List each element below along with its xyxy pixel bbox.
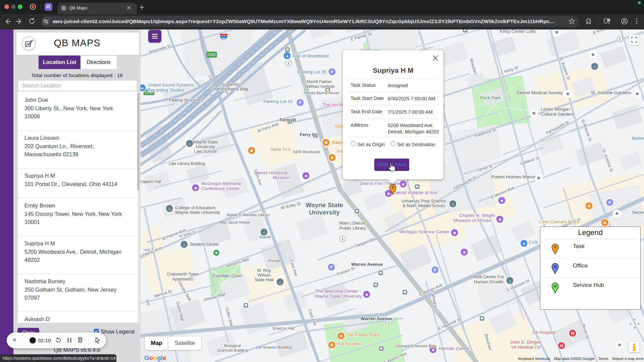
svg-text:Mott Center For: Mott Center For — [473, 274, 504, 279]
svg-text:✲: ✲ — [339, 334, 343, 339]
svg-text:Ferry St: Ferry St — [279, 117, 296, 122]
svg-text:Charles H. Wright: Charles H. Wright — [459, 213, 495, 218]
svg-text:1: 1 — [619, 37, 621, 41]
svg-text:■: ■ — [463, 250, 465, 255]
svg-text:Chatsworth Tower: Chatsworth Tower — [167, 272, 199, 277]
svg-text:⌂: ⌂ — [188, 141, 191, 146]
svg-text:■: ■ — [500, 198, 503, 203]
svg-text:Secretary o: Secretary o — [632, 210, 644, 215]
svg-text:Parking Structure 1: Parking Structure 1 — [169, 98, 204, 103]
svg-text:University Prep Science: University Prep Science — [401, 199, 446, 203]
svg-text:Tierney Alumni House: Tierney Alumni House — [303, 91, 339, 95]
svg-text:H: H — [560, 344, 563, 348]
svg-text:VA Medical Ctr: VA Medical Ctr — [511, 345, 541, 350]
svg-text:Detroit Medical Society: Detroit Medical Society — [517, 90, 563, 95]
svg-text:ure 5: ure 5 — [144, 247, 154, 252]
svg-text:⌂: ⌂ — [508, 279, 511, 283]
svg-text:Little Caesars Pizza: Little Caesars Pizza — [539, 219, 580, 224]
svg-text:✲: ✲ — [603, 221, 606, 225]
svg-text:College of Education,: College of Education, — [175, 205, 217, 210]
svg-text:Sm: Sm — [336, 149, 343, 154]
svg-text:●: ● — [141, 86, 143, 90]
svg-text:Parking Lot 35: Parking Lot 35 — [297, 69, 326, 74]
svg-text:M. Roy: M. Roy — [257, 268, 271, 273]
svg-text:Administrative Bldg: Administrative Bldg — [214, 87, 248, 92]
svg-text:■: ■ — [365, 292, 368, 297]
svg-text:■: ■ — [453, 231, 455, 235]
svg-text:Detroit Historical: Detroit Historical — [254, 170, 287, 175]
svg-text:✲: ✲ — [330, 156, 334, 160]
svg-text:Warren Avenue: Warren Avenue — [361, 316, 392, 321]
svg-text:St. Antoine Gardens: St. Antoine Gardens — [591, 90, 631, 95]
svg-text:Ima Noodles: Ima Noodles — [336, 341, 362, 346]
svg-text:■: ■ — [432, 348, 434, 352]
svg-text:✲: ✲ — [587, 204, 591, 208]
svg-text:✲: ✲ — [324, 140, 328, 145]
svg-text:P: P — [331, 70, 333, 74]
svg-text:Lester Morgan: Lester Morgan — [541, 107, 570, 112]
svg-text:H: H — [554, 284, 556, 288]
svg-text:Apartments: Apartments — [172, 277, 193, 282]
svg-text:The Potato Place: The Potato Place — [346, 332, 381, 337]
svg-text:1: 1 — [287, 61, 289, 65]
svg-text:Walter P. Reuther Library: Walter P. Reuther Library — [227, 213, 270, 217]
svg-text:P: P — [330, 265, 333, 270]
svg-text:215C: 215C — [207, 53, 216, 57]
svg-text:Ferry St: Ferry St — [300, 132, 316, 137]
svg-text:Hannan Center: Hannan Center — [439, 346, 470, 351]
svg-text:Academic/: Academic/ — [221, 82, 240, 87]
svg-text:Warren Avenue: Warren Avenue — [351, 262, 383, 267]
svg-text:McGregor Memorial: McGregor Memorial — [201, 181, 241, 186]
svg-text:University: University — [309, 209, 340, 216]
svg-text:H: H — [571, 331, 574, 336]
svg-text:VA Hospital: VA Hospital — [532, 330, 555, 335]
svg-text:Law Library Building: Law Library Building — [169, 161, 205, 166]
svg-text:✲: ✲ — [250, 148, 253, 153]
svg-text:Michigan Science Center: Michigan Science Center — [399, 229, 450, 234]
svg-text:Wayne State: Wayne State — [306, 201, 343, 208]
svg-text:CVS: CVS — [529, 240, 538, 245]
svg-text:P: P — [299, 101, 302, 105]
svg-text:Life Science Building: Life Science Building — [256, 345, 292, 349]
svg-text:Science Hall: Science Hall — [272, 326, 295, 331]
svg-text:John D. Dingell: John D. Dingell — [510, 340, 541, 345]
svg-text:Skillman Institute: Skillman Institute — [304, 84, 335, 89]
svg-text:P: P — [434, 268, 436, 273]
svg-text:Rands: Rands — [260, 235, 271, 239]
svg-text:1: 1 — [341, 237, 343, 241]
svg-text:Google: Google — [144, 354, 166, 361]
svg-text:●: ● — [523, 241, 525, 246]
svg-text:Museum: Museum — [273, 175, 290, 180]
svg-text:Merrill Palmer: Merrill Palmer — [307, 79, 332, 84]
svg-text:⌂: ⌂ — [593, 64, 596, 69]
svg-text:& Math: Middle School: & Math: Middle School — [402, 203, 444, 208]
svg-text:United Sound Systems: United Sound Systems — [148, 82, 194, 87]
svg-text:Cultural Gardens: Cultural Gardens — [541, 112, 575, 117]
svg-text:✲: ✲ — [330, 343, 333, 348]
svg-text:Wayne State: Wayne State — [193, 139, 218, 144]
svg-text:■: ■ — [498, 217, 501, 222]
svg-text:Biological: Biological — [224, 344, 240, 348]
svg-text:Wayne State University: Wayne State University — [175, 210, 220, 215]
svg-text:94: 94 — [222, 37, 226, 41]
svg-text:■: ■ — [387, 191, 389, 196]
svg-text:T: T — [554, 245, 556, 249]
svg-text:Max Jacob House: Max Jacob House — [219, 220, 250, 224]
svg-text:Babo: Babo — [332, 140, 343, 145]
svg-text:Prentis: Prentis — [268, 259, 280, 263]
svg-text:P: P — [608, 200, 611, 205]
svg-text:■: ■ — [402, 182, 404, 187]
svg-text:Leonard N.Simons Bldg: Leonard N.Simons Bldg — [395, 344, 436, 348]
svg-text:Student Center: Student Center — [190, 242, 219, 247]
svg-text:napero Hall: napero Hall — [141, 179, 161, 184]
svg-text:Kirby Center Lofts: Kirby Center Lofts — [500, 29, 536, 34]
svg-text:Recording Studios: Recording Studios — [148, 87, 185, 93]
svg-text:⌂: ⌂ — [279, 280, 281, 285]
svg-text:University: University — [196, 144, 215, 149]
svg-text:Conference Center: Conference Center — [201, 186, 240, 191]
svg-text:Detroit Institute of Arts: Detroit Institute of Arts — [393, 190, 438, 195]
svg-text:●: ● — [286, 54, 288, 58]
svg-text:⌂: ⌂ — [183, 242, 185, 247]
svg-text:Fountain Court: Fountain Court — [213, 273, 242, 278]
svg-text:Human Growth: Human Growth — [474, 279, 503, 284]
